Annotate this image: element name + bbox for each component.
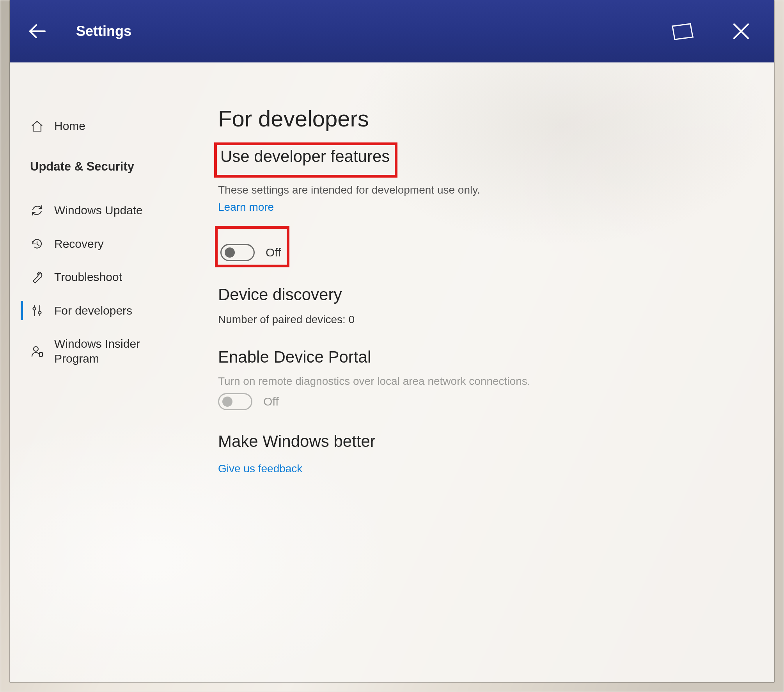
person-badge-icon bbox=[30, 344, 44, 358]
titlebar: Settings bbox=[10, 0, 774, 62]
section-developer-features: Use developer features These settings ar… bbox=[218, 147, 743, 263]
learn-more-link[interactable]: Learn more bbox=[218, 201, 274, 213]
sidebar-item-label: For developers bbox=[54, 303, 179, 318]
sidebar-item-label: Recovery bbox=[54, 237, 179, 251]
section-make-better: Make Windows better Give us feedback bbox=[218, 432, 743, 475]
section-heading-make-better: Make Windows better bbox=[218, 432, 743, 451]
sliders-icon bbox=[30, 304, 44, 318]
sidebar-item-label: Home bbox=[54, 119, 179, 133]
sidebar-item-label: Troubleshoot bbox=[54, 270, 179, 285]
sidebar-section-header: Update & Security bbox=[10, 150, 193, 184]
sidebar-section-label: Update & Security bbox=[30, 159, 179, 174]
back-arrow-icon bbox=[26, 20, 48, 42]
section-heading-developer-features: Use developer features bbox=[218, 147, 392, 166]
sidebar-item-windows-update[interactable]: Windows Update bbox=[10, 194, 193, 227]
sync-icon bbox=[30, 203, 44, 217]
sidebar-item-for-developers[interactable]: For developers bbox=[10, 294, 193, 327]
toggle-knob bbox=[222, 397, 232, 407]
paired-devices-row: Number of paired devices: 0 bbox=[218, 313, 743, 326]
history-icon bbox=[30, 237, 44, 251]
page-title: For developers bbox=[218, 105, 743, 132]
give-feedback-link[interactable]: Give us feedback bbox=[218, 463, 302, 475]
display-icon bbox=[670, 21, 695, 41]
main-panel: For developers Use developer features Th… bbox=[193, 62, 774, 682]
back-button[interactable] bbox=[25, 20, 49, 43]
section-heading-device-discovery: Device discovery bbox=[218, 285, 743, 304]
window-title: Settings bbox=[76, 23, 131, 39]
home-icon bbox=[30, 119, 44, 133]
developer-features-toggle[interactable] bbox=[220, 244, 255, 261]
svg-point-10 bbox=[39, 311, 41, 314]
close-button[interactable] bbox=[727, 18, 755, 45]
display-button[interactable] bbox=[669, 18, 696, 45]
settings-window: Settings bbox=[9, 0, 775, 683]
wrench-icon bbox=[30, 270, 44, 284]
sidebar-item-label: Windows Update bbox=[54, 203, 179, 218]
developer-features-toggle-label: Off bbox=[266, 246, 281, 259]
sidebar-item-recovery[interactable]: Recovery bbox=[10, 227, 193, 261]
svg-marker-1 bbox=[672, 24, 693, 39]
svg-point-8 bbox=[33, 307, 36, 310]
device-portal-desc: Turn on remote diagnostics over local ar… bbox=[218, 375, 743, 388]
svg-rect-12 bbox=[39, 352, 43, 356]
section-device-discovery: Device discovery Number of paired device… bbox=[218, 285, 743, 326]
device-portal-toggle-label: Off bbox=[263, 395, 278, 408]
client-area: Home Update & Security Windows Update bbox=[10, 62, 774, 682]
sidebar-item-troubleshoot[interactable]: Troubleshoot bbox=[10, 260, 193, 294]
close-icon bbox=[732, 22, 750, 41]
developer-features-desc: These settings are intended for developm… bbox=[218, 184, 743, 196]
section-device-portal: Enable Device Portal Turn on remote diag… bbox=[218, 348, 743, 410]
sidebar-item-insider-program[interactable]: Windows Insider Program bbox=[10, 327, 193, 375]
sidebar-item-label: Windows Insider Program bbox=[54, 336, 179, 366]
section-heading-device-portal: Enable Device Portal bbox=[218, 348, 743, 366]
svg-point-11 bbox=[34, 347, 38, 351]
paired-devices-count: 0 bbox=[349, 313, 355, 326]
toggle-knob bbox=[225, 247, 235, 258]
device-portal-toggle bbox=[218, 393, 252, 410]
sidebar-item-home[interactable]: Home bbox=[10, 109, 193, 143]
paired-devices-label: Number of paired devices: bbox=[218, 313, 349, 326]
sidebar: Home Update & Security Windows Update bbox=[10, 62, 193, 682]
